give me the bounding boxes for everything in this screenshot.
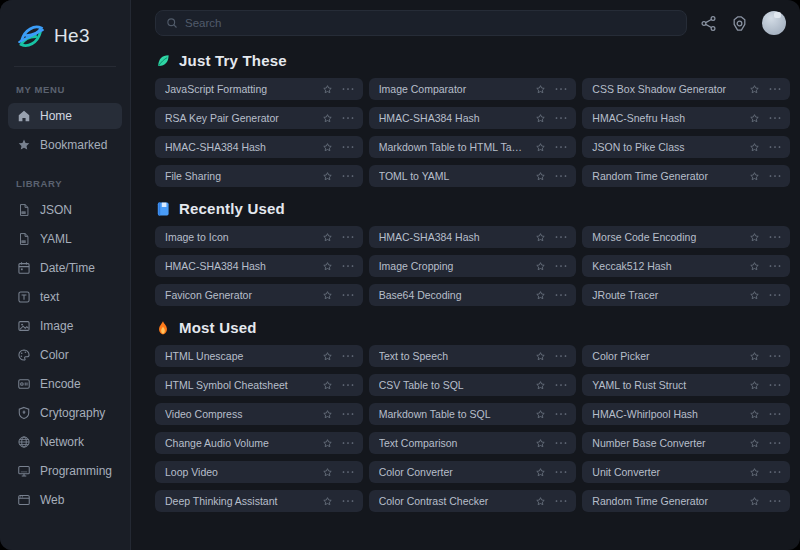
- more-options-icon[interactable]: [555, 379, 567, 391]
- favorite-star-icon[interactable]: [322, 467, 333, 478]
- tool-card-image-cropping[interactable]: Image Cropping: [369, 255, 577, 277]
- favorite-star-icon[interactable]: [322, 409, 333, 420]
- tool-card-markdown-table-to-sql[interactable]: Markdown Table to SQL: [369, 403, 577, 425]
- sidebar-item-network[interactable]: Network: [8, 429, 122, 455]
- favorite-star-icon[interactable]: [322, 171, 333, 182]
- favorite-star-icon[interactable]: [322, 142, 333, 153]
- tool-card-javascript-formatting[interactable]: JavaScript Formatting: [155, 78, 363, 100]
- more-options-icon[interactable]: [769, 350, 781, 362]
- tool-card-html-unescape[interactable]: HTML Unescape: [155, 345, 363, 367]
- sidebar-item-color[interactable]: Color: [8, 342, 122, 368]
- favorite-star-icon[interactable]: [322, 438, 333, 449]
- favorite-star-icon[interactable]: [749, 467, 760, 478]
- favorite-star-icon[interactable]: [535, 113, 546, 124]
- favorite-star-icon[interactable]: [749, 261, 760, 272]
- tool-card-jroute-tracer[interactable]: JRoute Tracer: [582, 284, 790, 306]
- tool-card-video-compress[interactable]: Video Compress: [155, 403, 363, 425]
- favorite-star-icon[interactable]: [535, 467, 546, 478]
- tool-card-toml-to-yaml[interactable]: TOML to YAML: [369, 165, 577, 187]
- more-options-icon[interactable]: [555, 437, 567, 449]
- more-options-icon[interactable]: [342, 408, 354, 420]
- tool-card-change-audio-volume[interactable]: Change Audio Volume: [155, 432, 363, 454]
- tool-card-hmac-sha384-hash[interactable]: HMAC-SHA384 Hash: [369, 107, 577, 129]
- more-options-icon[interactable]: [769, 141, 781, 153]
- favorite-star-icon[interactable]: [535, 171, 546, 182]
- more-options-icon[interactable]: [769, 112, 781, 124]
- sidebar-item-date-time[interactable]: Date/Time: [8, 255, 122, 281]
- tool-card-random-time-generator[interactable]: Random Time Generator: [582, 490, 790, 512]
- search-input[interactable]: [185, 17, 676, 29]
- more-options-icon[interactable]: [769, 170, 781, 182]
- more-options-icon[interactable]: [342, 466, 354, 478]
- tool-card-file-sharing[interactable]: File Sharing: [155, 165, 363, 187]
- more-options-icon[interactable]: [769, 83, 781, 95]
- tool-card-hmac-sha384-hash[interactable]: HMAC-SHA384 Hash: [155, 255, 363, 277]
- favorite-star-icon[interactable]: [322, 113, 333, 124]
- more-options-icon[interactable]: [555, 231, 567, 243]
- tool-card-hmac-sha384-hash[interactable]: HMAC-SHA384 Hash: [369, 226, 577, 248]
- more-options-icon[interactable]: [769, 495, 781, 507]
- more-options-icon[interactable]: [342, 112, 354, 124]
- tool-card-rsa-key-pair-generator[interactable]: RSA Key Pair Generator: [155, 107, 363, 129]
- sidebar-item-yaml[interactable]: YAML: [8, 226, 122, 252]
- more-options-icon[interactable]: [555, 260, 567, 272]
- more-options-icon[interactable]: [342, 170, 354, 182]
- favorite-star-icon[interactable]: [535, 409, 546, 420]
- avatar[interactable]: [762, 11, 786, 35]
- favorite-star-icon[interactable]: [749, 409, 760, 420]
- favorite-star-icon[interactable]: [749, 380, 760, 391]
- sidebar-item-encode[interactable]: Encode: [8, 371, 122, 397]
- more-options-icon[interactable]: [555, 350, 567, 362]
- favorite-star-icon[interactable]: [322, 232, 333, 243]
- more-options-icon[interactable]: [769, 408, 781, 420]
- favorite-star-icon[interactable]: [749, 351, 760, 362]
- share-icon[interactable]: [700, 15, 717, 32]
- more-options-icon[interactable]: [555, 83, 567, 95]
- tool-card-html-symbol-cheatsheet[interactable]: HTML Symbol Cheatsheet: [155, 374, 363, 396]
- favorite-star-icon[interactable]: [535, 261, 546, 272]
- favorite-star-icon[interactable]: [322, 84, 333, 95]
- favorite-star-icon[interactable]: [535, 142, 546, 153]
- tool-card-keccak512-hash[interactable]: Keccak512 Hash: [582, 255, 790, 277]
- tool-card-image-comparator[interactable]: Image Comparator: [369, 78, 577, 100]
- favorite-star-icon[interactable]: [749, 496, 760, 507]
- more-options-icon[interactable]: [342, 379, 354, 391]
- more-options-icon[interactable]: [769, 466, 781, 478]
- tool-card-color-picker[interactable]: Color Picker: [582, 345, 790, 367]
- tool-card-loop-video[interactable]: Loop Video: [155, 461, 363, 483]
- more-options-icon[interactable]: [769, 437, 781, 449]
- more-options-icon[interactable]: [342, 83, 354, 95]
- sidebar-item-home[interactable]: Home: [8, 103, 122, 129]
- tool-card-color-contrast-checker[interactable]: Color Contrast Checker: [369, 490, 577, 512]
- favorite-star-icon[interactable]: [322, 380, 333, 391]
- tool-card-image-to-icon[interactable]: Image to Icon: [155, 226, 363, 248]
- favorite-star-icon[interactable]: [322, 261, 333, 272]
- tool-card-hmac-snefru-hash[interactable]: HMAC-Snefru Hash: [582, 107, 790, 129]
- more-options-icon[interactable]: [342, 141, 354, 153]
- tool-card-text-to-speech[interactable]: Text to Speech: [369, 345, 577, 367]
- settings-icon[interactable]: [731, 15, 748, 32]
- favorite-star-icon[interactable]: [322, 351, 333, 362]
- favorite-star-icon[interactable]: [535, 84, 546, 95]
- tool-card-random-time-generator[interactable]: Random Time Generator: [582, 165, 790, 187]
- tool-card-hmac-sha384-hash[interactable]: HMAC-SHA384 Hash: [155, 136, 363, 158]
- more-options-icon[interactable]: [769, 289, 781, 301]
- sidebar-item-image[interactable]: Image: [8, 313, 122, 339]
- sidebar-item-crytography[interactable]: Crytography: [8, 400, 122, 426]
- search-box[interactable]: [155, 10, 687, 36]
- more-options-icon[interactable]: [342, 350, 354, 362]
- tool-card-base64-decoding[interactable]: Base64 Decoding: [369, 284, 577, 306]
- tool-card-morse-code-encoding[interactable]: Morse Code Encoding: [582, 226, 790, 248]
- tool-card-deep-thinking-assistant[interactable]: Deep Thinking Assistant: [155, 490, 363, 512]
- tool-card-css-box-shadow-generator[interactable]: CSS Box Shadow Generator: [582, 78, 790, 100]
- tool-card-unit-converter[interactable]: Unit Converter: [582, 461, 790, 483]
- favorite-star-icon[interactable]: [535, 438, 546, 449]
- more-options-icon[interactable]: [555, 141, 567, 153]
- tool-card-hmac-whirlpool-hash[interactable]: HMAC-Whirlpool Hash: [582, 403, 790, 425]
- favorite-star-icon[interactable]: [749, 232, 760, 243]
- tool-card-yaml-to-rust-struct[interactable]: YAML to Rust Struct: [582, 374, 790, 396]
- more-options-icon[interactable]: [342, 260, 354, 272]
- more-options-icon[interactable]: [342, 231, 354, 243]
- favorite-star-icon[interactable]: [749, 171, 760, 182]
- favorite-star-icon[interactable]: [749, 142, 760, 153]
